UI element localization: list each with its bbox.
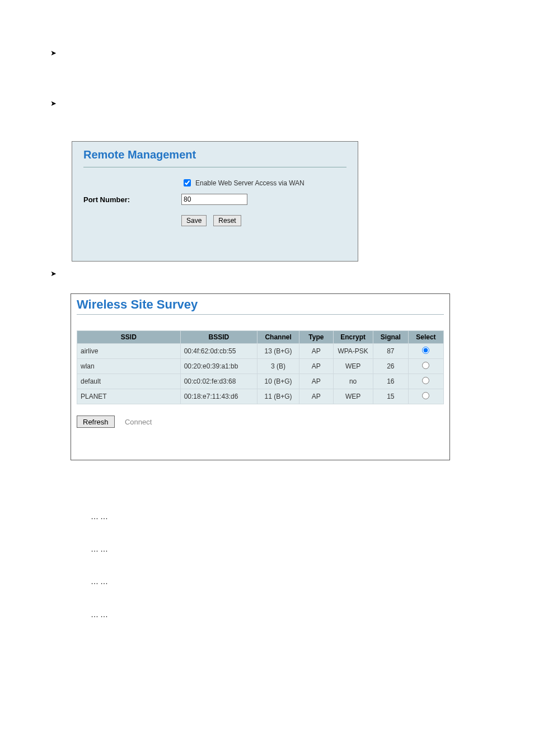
table-row: default 00:c0:02:fe:d3:68 10 (B+G) AP no… [77,374,444,389]
cell-ssid: default [77,374,181,389]
cell-type: AP [299,374,333,389]
cell-channel: 10 (B+G) [257,374,299,389]
col-channel: Channel [257,331,299,344]
col-bssid: BSSID [180,331,257,344]
col-signal: Signal [373,331,408,344]
chevron-right-icon: ➤ [50,99,59,108]
table-header-row: SSID BSSID Channel Type Encrypt Signal S… [77,331,444,344]
chevron-right-icon: ➤ [50,49,59,57]
cell-bssid: 00:20:e0:39:a1:bb [180,359,257,374]
cell-select [408,359,443,374]
select-radio[interactable] [422,362,429,369]
cell-bssid: 00:c0:02:fe:d3:68 [180,374,257,389]
cell-channel: 3 (B) [257,359,299,374]
cell-encrypt: WPA-PSK [333,344,373,359]
col-ssid: SSID [77,331,181,344]
table-row: PLANET 00:18:e7:11:43:d6 11 (B+G) AP WEP… [77,389,444,404]
select-radio[interactable] [422,377,429,384]
cell-encrypt: no [333,374,373,389]
cell-bssid: 00:4f:62:0d:cb:55 [180,344,257,359]
port-number-label: Port Number: [83,195,181,204]
enable-wan-label: Enable Web Server Access via WAN [195,179,305,187]
cell-type: AP [299,344,333,359]
col-type: Type [299,331,333,344]
cell-channel: 13 (B+G) [257,344,299,359]
chevron-right-icon: ➤ [50,269,59,278]
bullet-item: ➤ [50,99,59,108]
port-number-input[interactable] [181,194,247,205]
ellipsis: …… [91,512,110,521]
cell-encrypt: WEP [333,389,373,404]
refresh-button[interactable]: Refresh [77,416,115,428]
cell-encrypt: WEP [333,359,373,374]
reset-button[interactable]: Reset [213,215,241,226]
ellipsis: …… [91,577,110,586]
bullet-item: ➤ [50,49,59,57]
cell-signal: 26 [373,359,408,374]
cell-ssid: PLANET [77,389,181,404]
cell-signal: 15 [373,389,408,404]
cell-bssid: 00:18:e7:11:43:d6 [180,389,257,404]
survey-table: SSID BSSID Channel Type Encrypt Signal S… [77,330,444,404]
bullet-item: ➤ [50,269,59,278]
table-row: wlan 00:20:e0:39:a1:bb 3 (B) AP WEP 26 [77,359,444,374]
remote-management-panel: Remote Management Enable Web Server Acce… [72,141,358,262]
separator [77,314,444,315]
cell-signal: 87 [373,344,408,359]
separator [83,167,346,167]
cell-select [408,344,443,359]
col-select: Select [408,331,443,344]
save-button[interactable]: Save [181,215,207,226]
cell-ssid: wlan [77,359,181,374]
cell-select [408,389,443,404]
col-encrypt: Encrypt [333,331,373,344]
panel-title: Remote Management [83,148,346,161]
connect-button-disabled: Connect [125,418,152,426]
cell-select [408,374,443,389]
select-radio[interactable] [422,347,429,354]
cell-type: AP [299,359,333,374]
cell-ssid: airlive [77,344,181,359]
panel-title: Wireless Site Survey [77,297,444,312]
ellipsis: …… [91,544,110,553]
cell-type: AP [299,389,333,404]
wireless-site-survey-panel: Wireless Site Survey SSID BSSID Channel … [71,293,450,460]
cell-signal: 16 [373,374,408,389]
enable-wan-checkbox[interactable] [184,179,191,186]
cell-channel: 11 (B+G) [257,389,299,404]
select-radio[interactable] [422,392,429,399]
ellipsis: …… [91,610,110,619]
table-row: airlive 00:4f:62:0d:cb:55 13 (B+G) AP WP… [77,344,444,359]
